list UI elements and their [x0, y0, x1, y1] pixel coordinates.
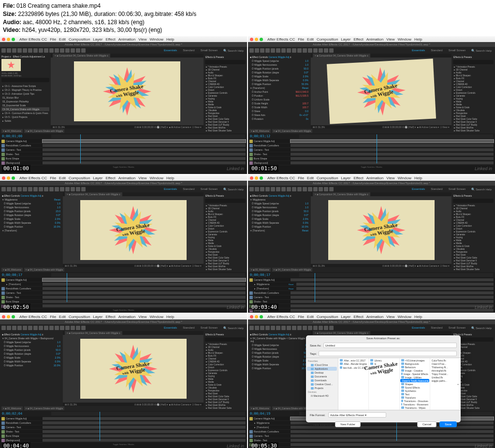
save-button[interactable]: Save [439, 421, 457, 427]
tool-icon-9[interactable] [49, 187, 54, 191]
timeline-layer[interactable]: Burst Shape [1, 300, 246, 304]
tool-icon-6[interactable] [33, 187, 38, 191]
effect-group[interactable]: ▾ 04_Camera Shake with Wiggle < Camera W… [249, 336, 309, 343]
timeline-tab[interactable]: × ■ 00_Welcome [249, 129, 271, 133]
menu-4[interactable]: Layer [341, 315, 350, 319]
time-ruler[interactable] [51, 273, 245, 277]
menu-6[interactable]: Animation [118, 315, 136, 319]
menu-6[interactable]: Animation [366, 315, 384, 319]
tool-icon-0[interactable] [1, 48, 6, 53]
tool-icon-14[interactable] [76, 326, 80, 330]
effect-property[interactable]: Ö Wiggle Rotation (degre0.0* [249, 355, 309, 359]
project-item[interactable]: ▸ Ch 1 - Awesome Free Scripts [1, 84, 49, 88]
playhead[interactable] [377, 134, 377, 163]
finder-item[interactable]: Image - Creative [400, 369, 429, 372]
effect-property[interactable]: Ö Wiggle Nerviousness1.0 [249, 63, 309, 67]
timeline-tab[interactable]: × ■ 04_Camera Shake with Wiggle [24, 268, 64, 272]
menu-7[interactable]: View [386, 315, 394, 319]
tool-icon-3[interactable] [17, 48, 22, 53]
tool-icon-2[interactable] [260, 326, 264, 330]
tool-icon-13[interactable] [71, 326, 75, 330]
effect-property[interactable]: Ö Rotation0x [249, 117, 309, 121]
effect-property[interactable]: Ö Wiggle Width Seperate0.0% [249, 78, 309, 82]
effect-property[interactable]: Ö Wiggle Width Seperate0.0% [1, 221, 61, 225]
tool-icon-8[interactable] [44, 187, 48, 191]
preset-category[interactable]: ▸ Red Giant Shooter Suite [205, 406, 246, 409]
finder-item[interactable]: Synthetics [400, 389, 429, 392]
tool-icon-10[interactable] [303, 326, 307, 330]
tool-icon-12[interactable] [65, 326, 70, 330]
tool-icon-15[interactable] [329, 48, 334, 53]
menu-9[interactable]: Help [166, 37, 174, 42]
menu-0[interactable]: After Effects CC [267, 315, 295, 319]
effect-property[interactable]: Ö Wiggle Nerviousness1.0 [249, 205, 309, 209]
close-icon[interactable] [250, 38, 253, 41]
composition-canvas[interactable]: Camera Shake withWiggle [80, 339, 187, 399]
playhead[interactable] [100, 412, 100, 441]
tool-icon-2[interactable] [12, 326, 16, 330]
tool-icon-5[interactable] [28, 48, 32, 53]
effect-property[interactable]: Ö Wiggle Width Seperate0.0% [249, 362, 309, 366]
tool-icon-12[interactable] [313, 326, 318, 330]
menu-6[interactable]: Animation [366, 37, 384, 42]
tool-icon-5[interactable] [28, 187, 32, 191]
finder-item[interactable]: Thickening ffi... [431, 365, 460, 369]
workspace-small[interactable]: Small Screen [199, 187, 220, 191]
workspace-standard[interactable]: Standard [181, 48, 196, 53]
timeline-layer[interactable]: [Background] [1, 438, 246, 443]
effect-property[interactable]: Ö Wiggle Rotation (degre0.0* [249, 71, 309, 74]
timeline-layer[interactable]: RandoMatic Controllers [249, 291, 494, 295]
tool-icon-6[interactable] [281, 48, 286, 53]
tool-icon-14[interactable] [324, 187, 328, 191]
close-icon[interactable] [250, 176, 253, 180]
menu-7[interactable]: View [138, 315, 146, 319]
effect-property[interactable]: Ö Wiggle Width Seperate0.0% [249, 221, 309, 225]
finder-item[interactable]: Transform [400, 396, 429, 399]
timeline-layer[interactable]: Shake - Text [249, 438, 494, 443]
timeline-layer[interactable]: Burst Shape [249, 443, 494, 447]
workspace-small[interactable]: Small Screen [199, 326, 220, 330]
menu-5[interactable]: Effect [353, 176, 363, 180]
timeline-tab[interactable]: × ■ 04_Camera Shake with Wiggle [272, 129, 312, 133]
effect-group[interactable]: ▾ WiggleramaReset [1, 198, 61, 202]
menu-7[interactable]: View [386, 37, 394, 42]
workspace-standard[interactable]: Standard [429, 48, 444, 53]
timecode[interactable]: 0;00;00;17 [250, 273, 270, 277]
timeline-tab[interactable]: × ■ 00_Welcome [1, 129, 23, 133]
maximize-icon[interactable] [260, 38, 263, 41]
tool-icon-0[interactable] [1, 326, 6, 330]
tool-icon-7[interactable] [39, 187, 43, 191]
timeline-layer[interactable]: [Background] [1, 304, 246, 308]
finder-item[interactable]: Transitions - Wipes [400, 406, 429, 409]
effect-property[interactable]: Ö Wiggle Position10.0% [249, 225, 309, 229]
time-ruler[interactable] [51, 134, 245, 138]
effects-search[interactable] [205, 60, 246, 64]
close-icon[interactable] [2, 176, 5, 180]
finder-item[interactable]: Image - Special Effects [400, 372, 429, 376]
project-item[interactable]: 01_Motion Blur [1, 96, 49, 100]
effect-property[interactable]: Ö Wiggle Position (pixels50.0 [249, 351, 309, 355]
timecode[interactable]: 0;00;02;04 [2, 412, 22, 416]
timeline-layer[interactable]: Camera - Text [249, 434, 494, 438]
effect-group[interactable]: ▾ Wigglerama [249, 198, 309, 202]
timeline-tab[interactable]: × ■ 04_Camera Shake with Wiggle [24, 406, 64, 410]
timeline-layer[interactable]: [Background] [249, 308, 494, 313]
effect-property[interactable]: Ö Wiggle Speed (wigs/se1.0 [249, 343, 309, 347]
composition-canvas[interactable]: Camera Shake withWiggle [326, 59, 436, 124]
tool-icon-1[interactable] [255, 187, 259, 191]
effect-property[interactable]: Ö Wiggle Scale2.0% [249, 217, 309, 221]
tool-icon-13[interactable] [319, 48, 323, 53]
finder-item[interactable]: Untitled.ffx [431, 376, 460, 379]
tool-icon-5[interactable] [276, 48, 280, 53]
timeline-tab[interactable]: × ■ 04_Camera Shake with Wiggle [24, 129, 64, 133]
finder-item[interactable]: Sound Effects [400, 386, 429, 389]
tool-icon-3[interactable] [17, 326, 22, 330]
search-help[interactable]: 🔍 Search Help [221, 187, 246, 191]
tool-icon-1[interactable] [7, 48, 11, 53]
workspace-essentials[interactable]: Essentials [410, 326, 427, 330]
tool-icon-3[interactable] [265, 48, 270, 53]
effect-property[interactable]: Ö Wiggle Position (pixels50.0 [249, 209, 309, 213]
tool-icon-9[interactable] [297, 48, 302, 53]
cancel-button[interactable]: Cancel [417, 421, 437, 427]
finder-item[interactable]: wiggle paths... [431, 379, 460, 382]
